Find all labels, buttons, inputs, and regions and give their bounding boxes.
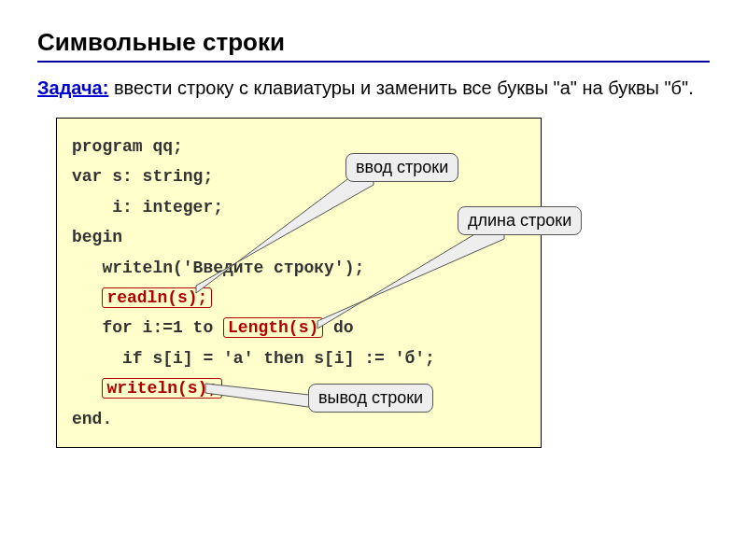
callout-output: вывод строки <box>308 384 433 413</box>
callout-length-pointer <box>317 228 523 330</box>
callout-input: ввод строки <box>345 153 458 182</box>
svg-marker-2 <box>205 384 317 407</box>
code-line: if s[i] = 'а' then s[i] := 'б'; <box>72 343 526 373</box>
svg-marker-1 <box>317 228 504 329</box>
highlight-length: Length(s) <box>223 317 323 338</box>
task-label: Задача: <box>37 77 108 98</box>
callout-length: длина строки <box>458 206 582 235</box>
highlight-writeln: writeln(s); <box>102 378 222 399</box>
code-block-wrap: program qq; var s: string; i: integer; b… <box>56 118 710 448</box>
task-text: ввести строку с клавиатуры и заменить вс… <box>108 77 693 98</box>
page-title: Символьные строки <box>37 28 710 57</box>
title-rule <box>37 61 710 63</box>
task-description: Задача: ввести строку с клавиатуры и зам… <box>37 76 710 101</box>
